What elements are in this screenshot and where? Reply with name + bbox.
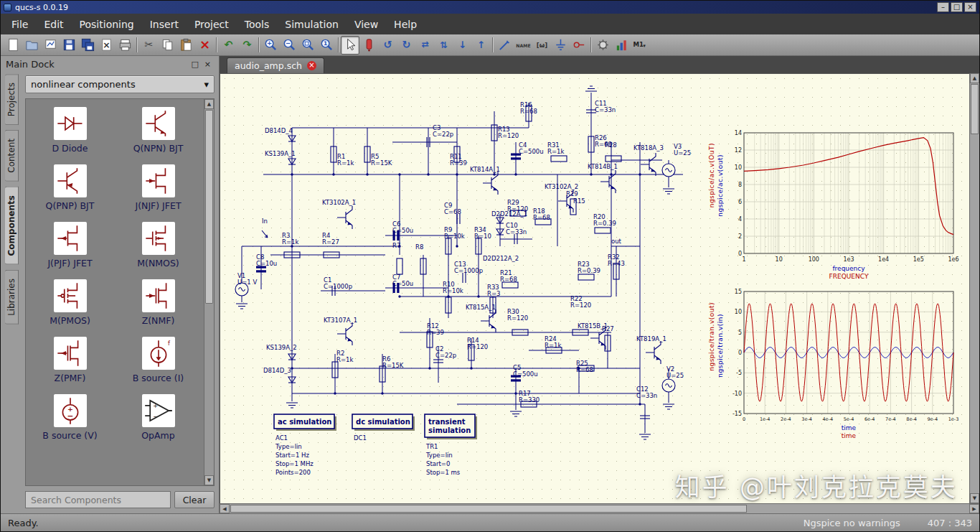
component-pmf[interactable]: Z(PMF)	[26, 332, 114, 389]
component-label[interactable]: C=50u	[392, 227, 413, 234]
component-label[interactable]: R=39	[427, 329, 444, 336]
resistor-symbol[interactable]	[397, 258, 402, 274]
component-nmf[interactable]: Z(NMF)	[114, 274, 202, 332]
component-label[interactable]: R=1k	[337, 159, 354, 167]
dock-close-button[interactable]: ×	[202, 60, 214, 69]
component-label[interactable]: R=39	[450, 159, 467, 167]
component-label[interactable]: C=33n	[636, 392, 657, 399]
component-label[interactable]: R=43	[608, 260, 625, 267]
component-label[interactable]: D814D_3	[263, 367, 291, 374]
component-label[interactable]: KS139A_2	[266, 344, 297, 351]
component-label[interactable]: C=500u	[519, 148, 544, 155]
component-label[interactable]: R=3	[487, 290, 500, 297]
component-label[interactable]: U=25	[666, 372, 684, 379]
transistor-symbol[interactable]	[483, 172, 498, 195]
capacitor-symbol[interactable]	[511, 157, 521, 159]
tab-audio-amp-sch[interactable]: audio_amp.sch ×	[227, 57, 324, 73]
scroll-up-icon[interactable]: ▲	[970, 73, 979, 83]
clear-button[interactable]: Clear	[174, 491, 215, 508]
component-label[interactable]: KS139A_1	[265, 150, 296, 157]
tab-close-icon[interactable]: ×	[307, 61, 316, 70]
component-label[interactable]: KT815A_1	[466, 304, 496, 311]
component-label[interactable]: R28	[605, 141, 617, 149]
transistor-symbol[interactable]	[337, 206, 352, 229]
dock-tab-libraries[interactable]: Libraries	[5, 270, 19, 325]
component-pmos[interactable]: M(PMOS)	[26, 274, 114, 332]
component-label[interactable]: R=120	[570, 302, 591, 309]
menu-tools[interactable]: Tools	[237, 15, 278, 34]
component-label[interactable]: R27	[602, 325, 614, 332]
toolbar-insert-equation-button[interactable]: [ω]	[532, 36, 551, 55]
component-label[interactable]: R=120	[507, 314, 528, 322]
menu-simulation[interactable]: Simulation	[277, 15, 347, 34]
maximize-button[interactable]: □	[951, 2, 963, 12]
schematic-drawing[interactable]: D814D_4KS139A_1R1R=1kR5R=15KC3C=22pR13R=…	[220, 74, 715, 487]
toolbar-paste-button[interactable]	[176, 36, 195, 55]
horizontal-scrollbar[interactable]: ◀ ▶	[220, 503, 979, 513]
toolbar-rotate-ccw-button[interactable]: ↺	[378, 36, 397, 55]
component-label[interactable]: R=330	[519, 396, 540, 403]
toolbar-insert-name-button[interactable]: NAME	[514, 36, 532, 55]
resistor-symbol[interactable]	[606, 156, 621, 162]
component-label[interactable]: R=10	[474, 233, 491, 240]
component-label[interactable]: C=500u	[513, 370, 538, 378]
component-nmos[interactable]: M(NMOS)	[114, 217, 202, 274]
toolbar-undo-button[interactable]: ↶	[219, 36, 237, 55]
menu-view[interactable]: View	[347, 15, 386, 34]
component-label[interactable]: R=0.39	[593, 220, 616, 227]
toolbar-save-button[interactable]	[60, 36, 78, 55]
component-diode[interactable]: D Diode	[26, 102, 114, 159]
component-label[interactable]: R=0.39	[578, 267, 600, 274]
toolbar-new-file-button[interactable]	[4, 36, 22, 55]
toolbar-tune-button[interactable]	[593, 36, 612, 55]
component-label[interactable]: R=15K	[371, 159, 392, 167]
menu-help[interactable]: Help	[386, 15, 425, 34]
menu-positioning[interactable]: Positioning	[72, 15, 142, 34]
dock-tab-components[interactable]: Components	[5, 187, 19, 265]
toolbar-zoom-fit-button[interactable]	[298, 36, 317, 55]
component-label[interactable]: R=10k	[443, 287, 463, 294]
component-npn[interactable]: Q(NPN) BJT	[114, 102, 202, 159]
transistor-symbol[interactable]	[337, 322, 352, 345]
transient-chart-container[interactable]: -15-10-505101501e-42e-43e-44e-45e-46e-47…	[722, 288, 966, 446]
dock-float-button[interactable]: □	[188, 60, 201, 69]
scroll-down-icon[interactable]: ▼	[204, 475, 214, 485]
resistor-symbol[interactable]	[551, 156, 567, 162]
resistor-symbol[interactable]	[502, 282, 518, 288]
component-scrollbar-thumb[interactable]	[205, 110, 213, 304]
component-label[interactable]: R=120	[498, 132, 519, 139]
menu-file[interactable]: File	[4, 15, 36, 34]
component-label[interactable]: C=1000p	[454, 267, 483, 274]
toolbar-probe-button[interactable]	[359, 36, 378, 55]
vertical-scrollbar-thumb[interactable]	[971, 84, 979, 134]
component-scrollbar[interactable]: ▲ ▼	[204, 99, 214, 485]
component-label[interactable]: U=25	[674, 149, 691, 157]
toolbar-mirror-x-button[interactable]: ⇄	[415, 36, 434, 55]
component-label[interactable]: R=1k	[547, 148, 564, 155]
component-label[interactable]: C=1000p	[324, 283, 352, 290]
component-label[interactable]: R=1k	[336, 356, 353, 363]
component-label[interactable]: KT814A_1	[470, 166, 500, 173]
resistor-symbol[interactable]	[595, 228, 611, 233]
component-label[interactable]: KT3102A_1	[322, 199, 356, 206]
component-label[interactable]: C=33n	[506, 228, 527, 235]
vertical-scrollbar[interactable]: ▲ ▼	[969, 73, 979, 503]
scroll-right-icon[interactable]: ▶	[969, 504, 979, 513]
toolbar-insert-port-button[interactable]	[570, 36, 588, 55]
component-label[interactable]: U=1 V	[237, 279, 257, 286]
component-label[interactable]: In	[262, 218, 268, 225]
toolbar-move-down-button[interactable]: ↓	[453, 36, 471, 55]
toolbar-zoom-one-button[interactable]: 1	[317, 36, 336, 55]
component-label[interactable]: R=1k	[545, 342, 561, 349]
toolbar-zoom-out-button[interactable]: −	[280, 36, 298, 55]
toolbar-close-file-button[interactable]: ×	[97, 36, 116, 55]
component-njf[interactable]: J(NJF) JFET	[114, 159, 202, 217]
ground-symbol[interactable]	[639, 434, 651, 439]
component-label[interactable]: R=120	[467, 343, 488, 350]
dock-tab-projects[interactable]: Projects	[5, 74, 19, 125]
component-label[interactable]: C=22p	[433, 131, 453, 138]
component-label[interactable]: KT814B_1	[588, 163, 618, 170]
component-pnp[interactable]: Q(PNP) BJT	[26, 159, 114, 217]
component-label[interactable]: KT3102A_2	[545, 183, 578, 190]
component-label[interactable]: R19	[566, 190, 578, 197]
